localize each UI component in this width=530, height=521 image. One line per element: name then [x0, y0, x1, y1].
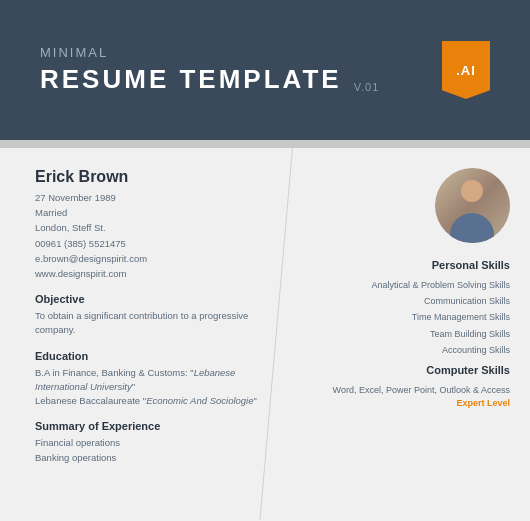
- skill-item-2: Communication Skills: [371, 293, 510, 309]
- experience-label: Summary of Experience: [35, 420, 282, 432]
- experience-items: Financial operations Banking operations: [35, 436, 282, 465]
- computer-skills-highlight: Expert Level: [456, 398, 510, 408]
- header-title-text: Resume Template: [40, 64, 342, 95]
- person-icon: [435, 168, 510, 243]
- education-italic2: Economic And Sociologie: [146, 395, 253, 406]
- person-details: 27 November 1989 Married London, Steff S…: [35, 190, 282, 281]
- skill-item-4: Team Building Skills: [371, 326, 510, 342]
- skill-item-1: Analytical & Problem Solving Skills: [371, 277, 510, 293]
- education-text: B.A in Finance, Banking & Customs: "Leba…: [35, 366, 282, 409]
- person-phone: 00961 (385) 5521475: [35, 236, 282, 251]
- person-dob: 27 November 1989: [35, 190, 282, 205]
- skill-item-3: Time Management Skills: [371, 309, 510, 325]
- profile-photo: [435, 168, 510, 243]
- computer-skills-text: Word, Excel, Power Point, Outlook & Acce…: [333, 382, 510, 398]
- person-location: London, Steff St.: [35, 220, 282, 235]
- education-label: Education: [35, 350, 282, 362]
- header-version: V.01: [354, 81, 380, 93]
- separator-bar: [0, 140, 530, 148]
- person-body: [450, 213, 494, 243]
- education-text1: B.A in Finance, Banking & Customs: ": [35, 367, 194, 378]
- header-section: Minimal Resume Template V.01 .AI: [0, 0, 530, 140]
- education-text2: Lebanese Baccalaureate ": [35, 395, 146, 406]
- person-website: www.designspirit.com: [35, 266, 282, 281]
- header-subtitle: Minimal: [40, 45, 379, 60]
- title-block: Minimal Resume Template V.01: [40, 45, 379, 95]
- personal-skills-list: Analytical & Problem Solving Skills Comm…: [371, 277, 510, 358]
- personal-skills-label: Personal Skills: [432, 259, 510, 271]
- experience-item-1: Financial operations: [35, 436, 282, 450]
- header-main-title: Resume Template V.01: [40, 64, 379, 95]
- left-column: Erick Brown 27 November 1989 Married Lon…: [0, 148, 307, 521]
- right-column: Personal Skills Analytical & Problem Sol…: [307, 148, 530, 521]
- experience-item-2: Banking operations: [35, 451, 282, 465]
- computer-skills-label: Computer Skills: [426, 364, 510, 376]
- skill-item-5: Accounting Skills: [371, 342, 510, 358]
- education-text2-end: ": [254, 395, 257, 406]
- person-head: [461, 180, 483, 202]
- education-text1-end: ": [132, 381, 135, 392]
- ai-badge: .AI: [442, 41, 490, 99]
- person-email: e.brown@designspirit.com: [35, 251, 282, 266]
- person-status: Married: [35, 205, 282, 220]
- main-content: Erick Brown 27 November 1989 Married Lon…: [0, 148, 530, 521]
- person-name: Erick Brown: [35, 168, 282, 186]
- objective-text: To obtain a significant contribution to …: [35, 309, 282, 338]
- objective-label: Objective: [35, 293, 282, 305]
